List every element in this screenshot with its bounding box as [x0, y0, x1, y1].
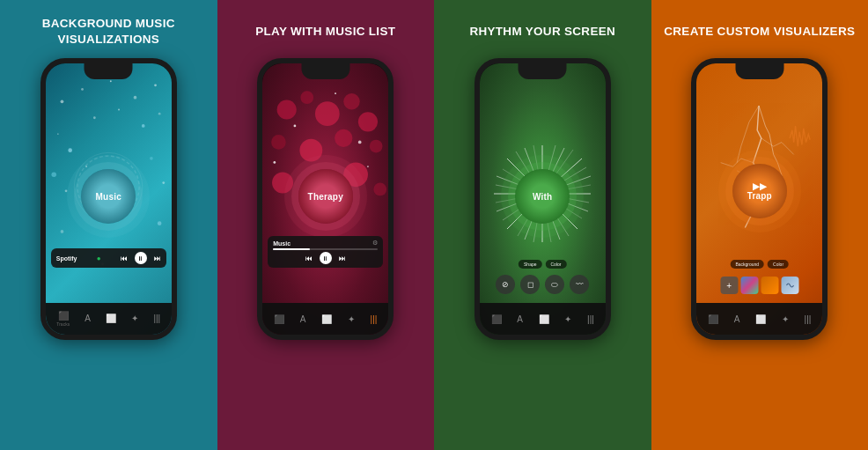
svg-point-30	[370, 140, 383, 153]
panel-background-music: BACKGROUND MUSIC VISUALIZATIONS	[0, 0, 217, 450]
next-btn-2: ⏭	[339, 255, 346, 262]
thumb-add: +	[720, 277, 738, 294]
center-circle-2: Therapy	[298, 169, 353, 224]
svg-point-3	[133, 96, 136, 100]
tab-tracks: ⬛Tracks	[56, 311, 70, 327]
svg-point-14	[150, 157, 153, 160]
progress-bar	[273, 248, 378, 250]
circle-label-3: With	[533, 191, 552, 201]
svg-point-15	[162, 181, 165, 184]
tab4-a: A	[734, 314, 740, 324]
tab4-bg-icon: ⬜	[755, 314, 766, 324]
shape-amorphous: ⬭	[545, 275, 564, 294]
tab3-viz-icon: |||	[587, 314, 594, 324]
svg-point-4	[154, 84, 157, 86]
tab4-st-icon: ✦	[782, 314, 789, 324]
panel-rhythm-screen: RHYTHM YOUR SCREEN	[434, 0, 651, 450]
svg-point-10	[158, 113, 161, 115]
panel-4-title: CREATE CUSTOM VISUALIZERS	[664, 16, 855, 48]
svg-point-27	[271, 135, 286, 150]
svg-point-7	[93, 116, 96, 119]
tab2-viz-icon: |||	[371, 314, 378, 324]
tab3-tracks: ⬛	[491, 314, 502, 324]
thumb-light	[781, 277, 798, 294]
music-bar-top: Music ⚙	[273, 240, 378, 247]
tab3-st: ✦	[564, 314, 571, 324]
circle-label-1: Music	[96, 191, 121, 201]
playback-controls-2: ⏮ ⏸ ⏭	[273, 252, 378, 264]
svg-point-0	[60, 100, 63, 103]
tab-wallpaper: A	[85, 314, 91, 324]
tab2-tracks-icon: ⬛	[274, 314, 284, 324]
svg-point-5	[57, 133, 59, 135]
tab2-a: A	[300, 314, 306, 324]
screen-1: Music Spotify ● ⏮ ⏸ ⏭	[46, 63, 172, 335]
shape-btn: Shape	[519, 260, 541, 269]
svg-point-2	[110, 80, 112, 82]
svg-point-31	[272, 173, 293, 194]
center-circle-3: With	[515, 169, 570, 224]
phone-mockup-1: Music Spotify ● ⏮ ⏸ ⏭ ⬛Tracks A ⬜ ✦ |||	[40, 58, 177, 340]
color-btn-4: Color	[768, 260, 789, 269]
tab2-a-icon: A	[300, 314, 306, 324]
tab4-bg: ⬜	[755, 314, 766, 324]
music-bar: Music ⚙ ⏮ ⏸ ⏭	[268, 236, 383, 268]
background-icon: ⬜	[106, 314, 116, 323]
svg-point-26	[358, 112, 378, 131]
color-btn: Color	[546, 260, 567, 269]
svg-point-39	[367, 166, 369, 167]
svg-point-37	[358, 141, 362, 144]
svg-point-17	[158, 221, 162, 225]
tab2-tracks: ⬛	[274, 314, 284, 324]
panel-3-title: RHYTHM YOUR SCREEN	[469, 16, 615, 48]
tab3-a: A	[517, 314, 523, 324]
phone-mockup-2: Therapy Music ⚙ ⏮ ⏸ ⏭ ⬛ A ⬜	[257, 58, 394, 340]
svg-point-8	[118, 109, 120, 111]
svg-point-22	[277, 100, 297, 119]
svg-point-28	[300, 139, 323, 162]
svg-point-11	[51, 173, 56, 178]
tab4-tracks-icon: ⬛	[708, 314, 718, 324]
screen-3: With Shape Color ⊘ ◻ ⬭ 〰	[480, 63, 606, 335]
shape-waves: 〰	[570, 275, 589, 294]
spotify-bar: Spotify ● ⏮ ⏸ ⏭	[51, 248, 166, 268]
circle-label-2: Therapy	[308, 191, 343, 201]
progress-fill	[273, 248, 310, 250]
svg-point-24	[315, 101, 340, 126]
music-settings-icon: ⚙	[372, 240, 378, 247]
tab3-st-icon: ✦	[564, 314, 571, 324]
phone-mockup-4: ▶▶ Trapp Background Color + ⬛ A ⬜ ✦ |||	[691, 58, 828, 340]
center-circle-4: ▶▶ Trapp	[732, 164, 787, 218]
phone-mockup-3: With Shape Color ⊘ ◻ ⬭ 〰 ⬛ A ⬜ ✦ |||	[474, 58, 611, 340]
svg-point-36	[335, 92, 336, 94]
tab3-viz: |||	[587, 314, 594, 324]
tracks-icon: ⬛	[58, 311, 69, 321]
thumb-orange	[761, 277, 778, 294]
tab3-bg: ⬜	[539, 314, 549, 324]
wallpaper-icon: A	[85, 314, 91, 323]
shape-color-bar: Shape Color	[519, 260, 566, 269]
tab4-st: ✦	[782, 314, 789, 324]
thumb-row: +	[720, 277, 798, 294]
svg-point-25	[344, 93, 360, 109]
next-btn: ⏭	[154, 255, 161, 262]
tab-viz: |||	[153, 314, 160, 324]
tab4-a-icon: A	[734, 314, 740, 324]
prev-btn-2: ⏮	[305, 255, 313, 262]
svg-point-12	[64, 189, 67, 192]
settings-icon: ✦	[131, 314, 138, 323]
tab4-viz: |||	[805, 314, 812, 324]
svg-point-9	[142, 124, 145, 128]
bottom-tabs-4: ⬛ A ⬜ ✦ |||	[696, 303, 822, 335]
panel-2-title: PLAY WITH MUSIC LIST	[255, 16, 395, 48]
shape-icons: ⊘ ◻ ⬭ 〰	[496, 275, 589, 294]
center-circle-1: Music	[81, 169, 136, 224]
tab2-st-icon: ✦	[348, 314, 355, 324]
bg-btn: Background	[730, 260, 764, 269]
playback-controls-1: ⏮ ⏸ ⏭	[121, 252, 161, 264]
svg-point-6	[68, 148, 72, 152]
spotify-label: Spotify	[56, 255, 77, 262]
shape-cut: ◻	[520, 275, 540, 294]
svg-point-29	[335, 129, 352, 147]
svg-point-16	[60, 230, 63, 233]
